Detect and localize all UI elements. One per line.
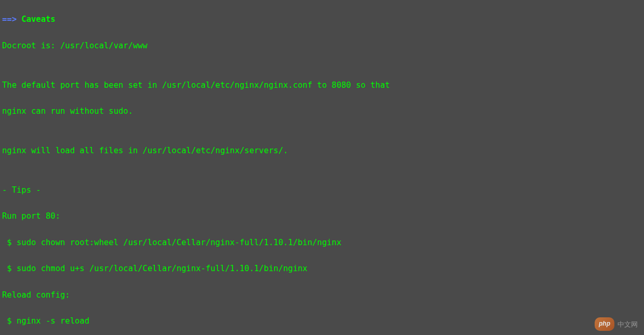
nginx-run-line: nginx can run without sudo.: [2, 105, 642, 118]
watermark-text: 中文网: [618, 319, 638, 330]
header-line: ==> Caveats: [2, 13, 642, 26]
nginx-reload-line: $ nginx -s reload: [2, 315, 642, 328]
docroot-line: Docroot is: /usr/local/var/www: [2, 39, 642, 52]
reload-config-line: Reload config:: [2, 289, 642, 302]
watermark: php 中文网: [595, 317, 638, 331]
arrow-icon: ==>: [2, 15, 17, 24]
terminal-output[interactable]: ==> Caveats Docroot is: /usr/local/var/w…: [0, 0, 644, 335]
sudo-chown-line: $ sudo chown root:wheel /usr/local/Cella…: [2, 236, 642, 249]
tips-line: - Tips -: [2, 184, 642, 197]
run-port-line: Run port 80:: [2, 210, 642, 223]
default-port-line: The default port has been set in /usr/lo…: [2, 79, 642, 92]
sudo-chmod-line: $ sudo chmod u+s /usr/local/Cellar/nginx…: [2, 262, 642, 275]
caveats-label: Caveats: [21, 15, 55, 24]
watermark-badge: php: [595, 317, 614, 331]
load-files-line: nginx will load all files in /usr/local/…: [2, 144, 642, 157]
